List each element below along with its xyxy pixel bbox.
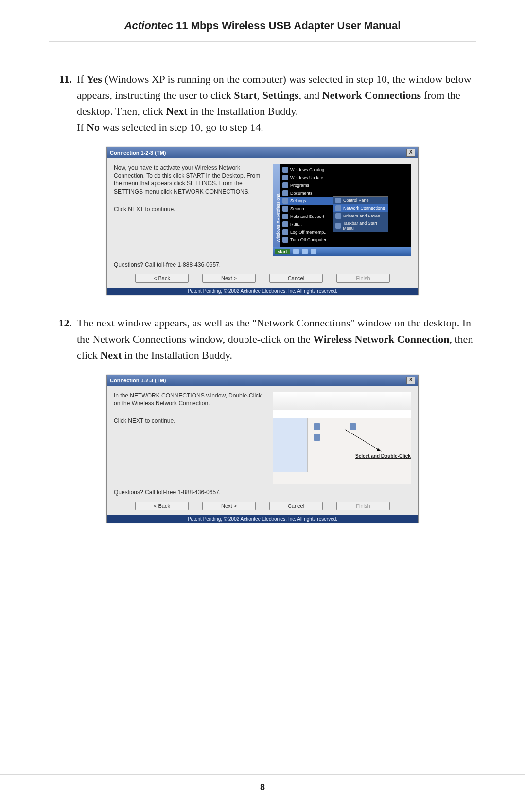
label: Programs xyxy=(290,183,309,188)
submenu-item: Taskbar and Start Menu xyxy=(333,220,388,232)
menu-icon xyxy=(282,167,288,173)
nc-body: Select and Double-Click xyxy=(273,418,411,472)
taskbar-icon xyxy=(311,249,316,254)
bold-no: No xyxy=(87,121,100,133)
screenshot-2-titlebar: Connection 1-2-3 (TM) X xyxy=(107,375,418,386)
cancel-button[interactable]: Cancel xyxy=(269,502,323,510)
finish-button: Finish xyxy=(336,274,390,283)
menu-icon xyxy=(282,221,288,227)
screenshot-1-titlebar: Connection 1-2-3 (TM) X xyxy=(107,147,418,158)
text: , xyxy=(257,89,262,101)
connection-icon xyxy=(314,423,320,430)
menu-icon xyxy=(282,229,288,235)
text: If xyxy=(77,121,87,133)
nc-main: Select and Double-Click xyxy=(308,418,411,472)
taskbar: start xyxy=(273,247,411,256)
submenu-item: Printers and Faxes xyxy=(333,212,388,220)
nc-item xyxy=(350,423,379,430)
screenshot-1-title: Connection 1-2-3 (TM) xyxy=(110,150,166,156)
submenu-item-network-connections: Network Connections xyxy=(333,204,388,212)
next-button[interactable]: Next > xyxy=(202,502,256,510)
text: , and xyxy=(298,89,322,101)
connection-icon xyxy=(314,434,320,441)
page-number: 8 xyxy=(0,774,525,793)
finish-button: Finish xyxy=(336,502,390,510)
label: Taskbar and Start Menu xyxy=(343,221,386,231)
menu-icon xyxy=(282,182,288,188)
screenshot-2-left: In the NETWORK CONNECTIONS window, Doubl… xyxy=(114,392,267,484)
nc-item xyxy=(314,423,343,430)
menu-icon xyxy=(282,190,288,196)
menu-icon xyxy=(282,198,288,204)
arrow-icon xyxy=(343,427,386,456)
menu-icon xyxy=(335,213,341,219)
startmenu-item: Programs xyxy=(280,181,333,189)
screenshot-2-continue: Click NEXT to continue. xyxy=(114,417,267,425)
cancel-button[interactable]: Cancel xyxy=(269,274,323,283)
startmenu-item: Documents xyxy=(280,189,333,197)
page: Actiontec 11 Mbps Wireless USB Adapter U… xyxy=(0,0,525,812)
brand-bold: Action xyxy=(124,19,158,32)
startmenu-item: Windows Catalog xyxy=(280,166,333,174)
bold-wireless-network-connection: Wireless Network Connection xyxy=(313,333,449,345)
close-icon[interactable]: X xyxy=(406,377,415,384)
menu-icon xyxy=(335,223,341,229)
startmenu-sidebar: Windows XP Professional xyxy=(273,164,280,247)
startmenu-item: Help and Support xyxy=(280,213,333,220)
screenshot-2-preview: Select and Double-Click xyxy=(273,392,411,484)
menu-icon xyxy=(282,214,288,219)
bold-network-connections: Network Connections xyxy=(322,89,421,101)
start-button: start xyxy=(275,249,290,254)
screenshot-2-holder: Connection 1-2-3 (TM) X In the NETWORK C… xyxy=(49,375,476,523)
startmenu-column: Windows Catalog Windows Update Programs … xyxy=(280,166,333,244)
bold-next: Next xyxy=(166,105,188,117)
nc-item xyxy=(314,434,343,441)
label: Settings xyxy=(290,198,306,203)
text: If xyxy=(77,73,87,85)
close-icon[interactable]: X xyxy=(406,149,415,157)
connection-icon xyxy=(350,423,356,430)
screenshot-2-instruction: In the NETWORK CONNECTIONS window, Doubl… xyxy=(114,392,267,407)
menu-icon xyxy=(282,206,288,212)
page-header: Actiontec 11 Mbps Wireless USB Adapter U… xyxy=(49,19,476,42)
text: was selected in step 10, go to step 14. xyxy=(100,121,263,133)
screenshot-2-title: Connection 1-2-3 (TM) xyxy=(110,378,166,383)
bold-yes: Yes xyxy=(87,73,102,85)
screenshot-2-questions: Questions? Call toll-free 1-888-436-0657… xyxy=(107,488,418,499)
step-11-number: 11. xyxy=(49,71,77,135)
screenshot-1-questions: Questions? Call toll-free 1-888-436-0657… xyxy=(107,260,418,271)
svg-line-0 xyxy=(345,430,382,451)
startmenu-item: Log Off mentemp... xyxy=(280,228,333,236)
network-connections-window: Select and Double-Click xyxy=(273,392,411,484)
label: Help and Support xyxy=(290,214,324,219)
label: Documents xyxy=(290,191,313,196)
step-12: 12. The next window appears, as well as … xyxy=(49,315,476,363)
startmenu-item: Run... xyxy=(280,220,333,228)
screenshot-1-preview: Windows XP Professional Windows Catalog … xyxy=(273,164,411,256)
next-button[interactable]: Next > xyxy=(202,274,256,283)
screenshot-2-body: In the NETWORK CONNECTIONS window, Doubl… xyxy=(107,386,418,488)
startmenu-submenu: Control Panel Network Connections Printe… xyxy=(333,196,388,232)
taskbar-icon xyxy=(293,249,299,254)
bold-settings: Settings xyxy=(262,89,299,101)
label: Run... xyxy=(290,222,302,227)
startmenu-item: Windows Update xyxy=(280,174,333,181)
text: in the Installation Buddy. xyxy=(122,349,232,361)
screenshot-1-holder: Connection 1-2-3 (TM) X Now, you have to… xyxy=(49,147,476,295)
back-button[interactable]: < Back xyxy=(135,502,189,510)
nc-addressbar xyxy=(273,410,411,418)
label: Network Connections xyxy=(343,206,385,211)
screenshot-2: Connection 1-2-3 (TM) X In the NETWORK C… xyxy=(106,375,419,523)
startmenu-item: Turn Off Computer... xyxy=(280,236,333,244)
screenshot-2-footer: Patent Pending, © 2002 Actiontec Electro… xyxy=(107,515,418,523)
screenshot-1: Connection 1-2-3 (TM) X Now, you have to… xyxy=(106,147,419,295)
svg-marker-1 xyxy=(377,448,382,451)
label: Windows Catalog xyxy=(290,167,324,172)
step-12-body: The next window appears, as well as the … xyxy=(77,315,476,363)
step-11: 11. If Yes (Windows XP is running on the… xyxy=(49,71,476,135)
screenshot-1-continue: Click NEXT to continue. xyxy=(114,205,267,213)
submenu-item: Control Panel xyxy=(333,197,388,204)
bold-start: Start xyxy=(234,89,257,101)
back-button[interactable]: < Back xyxy=(135,274,189,283)
step-12-number: 12. xyxy=(49,315,77,363)
